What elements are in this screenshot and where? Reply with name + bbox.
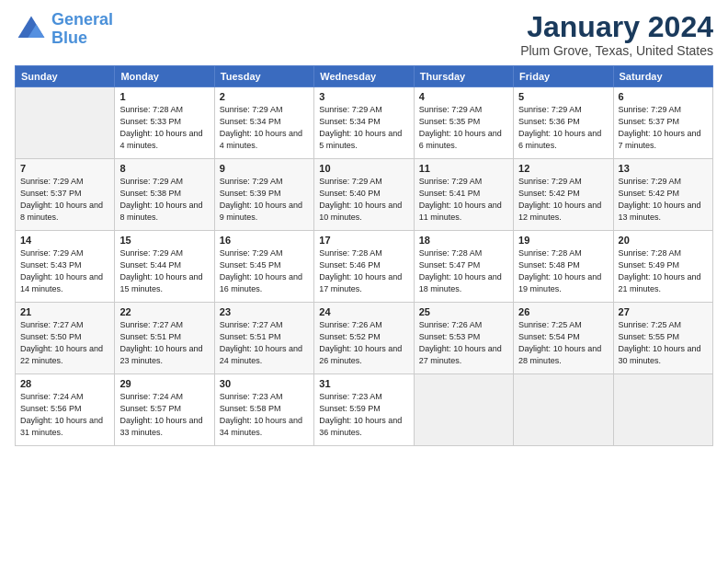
day-number: 15 — [119, 235, 209, 246]
day-number: 1 — [119, 91, 209, 102]
calendar-cell: 23Sunrise: 7:27 AMSunset: 5:51 PMDayligh… — [214, 303, 313, 374]
cell-info: Sunrise: 7:29 AMSunset: 5:35 PMDaylight:… — [419, 104, 508, 152]
cell-info: Sunrise: 7:24 AMSunset: 5:56 PMDaylight:… — [20, 391, 109, 439]
calendar-header: Sunday Monday Tuesday Wednesday Thursday… — [16, 66, 713, 87]
calendar-cell: 25Sunrise: 7:26 AMSunset: 5:53 PMDayligh… — [414, 303, 513, 374]
calendar-cell: 30Sunrise: 7:23 AMSunset: 5:58 PMDayligh… — [214, 374, 313, 446]
calendar-cell: 3Sunrise: 7:29 AMSunset: 5:34 PMDaylight… — [314, 87, 414, 159]
cell-info: Sunrise: 7:26 AMSunset: 5:52 PMDaylight:… — [319, 319, 408, 367]
day-number: 2 — [220, 91, 309, 102]
col-tuesday: Tuesday — [214, 66, 313, 87]
logo-text: General Blue — [51, 11, 113, 48]
day-number: 22 — [119, 306, 209, 317]
cell-info: Sunrise: 7:27 AMSunset: 5:50 PMDaylight:… — [20, 319, 109, 367]
calendar-cell: 15Sunrise: 7:29 AMSunset: 5:44 PMDayligh… — [115, 231, 214, 303]
calendar-cell: 4Sunrise: 7:29 AMSunset: 5:35 PMDaylight… — [414, 87, 513, 159]
day-number: 8 — [119, 163, 209, 174]
calendar-cell: 13Sunrise: 7:29 AMSunset: 5:42 PMDayligh… — [613, 159, 712, 231]
calendar-cell — [16, 87, 115, 159]
day-number: 18 — [419, 235, 508, 246]
day-number: 12 — [518, 163, 608, 174]
calendar-table: Sunday Monday Tuesday Wednesday Thursday… — [15, 65, 713, 446]
calendar-cell: 9Sunrise: 7:29 AMSunset: 5:39 PMDaylight… — [214, 159, 313, 231]
cell-info: Sunrise: 7:29 AMSunset: 5:37 PMDaylight:… — [20, 176, 109, 224]
calendar-cell: 28Sunrise: 7:24 AMSunset: 5:56 PMDayligh… — [16, 374, 115, 446]
calendar-cell: 5Sunrise: 7:29 AMSunset: 5:36 PMDaylight… — [514, 87, 613, 159]
cell-info: Sunrise: 7:29 AMSunset: 5:36 PMDaylight:… — [518, 104, 608, 152]
header: General Blue January 2024 Plum Grove, Te… — [15, 11, 713, 58]
cell-info: Sunrise: 7:28 AMSunset: 5:46 PMDaylight:… — [319, 247, 408, 295]
cell-info: Sunrise: 7:23 AMSunset: 5:59 PMDaylight:… — [319, 391, 408, 439]
week-row-1: 1Sunrise: 7:28 AMSunset: 5:33 PMDaylight… — [16, 87, 713, 159]
calendar-cell — [613, 374, 712, 446]
calendar-body: 1Sunrise: 7:28 AMSunset: 5:33 PMDaylight… — [16, 87, 713, 446]
cell-info: Sunrise: 7:27 AMSunset: 5:51 PMDaylight:… — [220, 319, 309, 367]
calendar-cell: 22Sunrise: 7:27 AMSunset: 5:51 PMDayligh… — [115, 303, 214, 374]
day-number: 10 — [319, 163, 408, 174]
calendar-cell: 17Sunrise: 7:28 AMSunset: 5:46 PMDayligh… — [314, 231, 414, 303]
col-sunday: Sunday — [16, 66, 115, 87]
calendar-cell: 14Sunrise: 7:29 AMSunset: 5:43 PMDayligh… — [16, 231, 115, 303]
header-row: Sunday Monday Tuesday Wednesday Thursday… — [16, 66, 713, 87]
logo-line1: General — [51, 10, 113, 29]
cell-info: Sunrise: 7:29 AMSunset: 5:34 PMDaylight:… — [319, 104, 408, 152]
col-friday: Friday — [514, 66, 613, 87]
day-number: 26 — [518, 306, 608, 317]
cell-info: Sunrise: 7:28 AMSunset: 5:49 PMDaylight:… — [619, 247, 708, 295]
cell-info: Sunrise: 7:29 AMSunset: 5:38 PMDaylight:… — [119, 176, 209, 224]
day-number: 27 — [619, 306, 708, 317]
cell-info: Sunrise: 7:29 AMSunset: 5:44 PMDaylight:… — [119, 247, 209, 295]
calendar-cell — [514, 374, 613, 446]
calendar-cell: 6Sunrise: 7:29 AMSunset: 5:37 PMDaylight… — [613, 87, 712, 159]
calendar-cell: 10Sunrise: 7:29 AMSunset: 5:40 PMDayligh… — [314, 159, 414, 231]
day-number: 6 — [619, 91, 708, 102]
calendar-cell: 7Sunrise: 7:29 AMSunset: 5:37 PMDaylight… — [16, 159, 115, 231]
cell-info: Sunrise: 7:25 AMSunset: 5:54 PMDaylight:… — [518, 319, 608, 367]
cell-info: Sunrise: 7:27 AMSunset: 5:51 PMDaylight:… — [119, 319, 209, 367]
cell-info: Sunrise: 7:29 AMSunset: 5:34 PMDaylight:… — [220, 104, 309, 152]
day-number: 23 — [220, 306, 309, 317]
cell-info: Sunrise: 7:25 AMSunset: 5:55 PMDaylight:… — [619, 319, 708, 367]
week-row-4: 21Sunrise: 7:27 AMSunset: 5:50 PMDayligh… — [16, 303, 713, 374]
week-row-5: 28Sunrise: 7:24 AMSunset: 5:56 PMDayligh… — [16, 374, 713, 446]
cell-info: Sunrise: 7:23 AMSunset: 5:58 PMDaylight:… — [220, 391, 309, 439]
cell-info: Sunrise: 7:28 AMSunset: 5:48 PMDaylight:… — [518, 247, 608, 295]
calendar-cell: 26Sunrise: 7:25 AMSunset: 5:54 PMDayligh… — [514, 303, 613, 374]
day-number: 19 — [518, 235, 608, 246]
calendar-cell: 8Sunrise: 7:29 AMSunset: 5:38 PMDaylight… — [115, 159, 214, 231]
calendar-cell: 16Sunrise: 7:29 AMSunset: 5:45 PMDayligh… — [214, 231, 313, 303]
page: General Blue January 2024 Plum Grove, Te… — [0, 0, 728, 454]
day-number: 20 — [619, 235, 708, 246]
day-number: 9 — [220, 163, 309, 174]
col-thursday: Thursday — [414, 66, 513, 87]
day-number: 4 — [419, 91, 508, 102]
cell-info: Sunrise: 7:29 AMSunset: 5:42 PMDaylight:… — [518, 176, 608, 224]
calendar-cell: 29Sunrise: 7:24 AMSunset: 5:57 PMDayligh… — [115, 374, 214, 446]
title-block: January 2024 Plum Grove, Texas, United S… — [520, 11, 713, 58]
cell-info: Sunrise: 7:24 AMSunset: 5:57 PMDaylight:… — [119, 391, 209, 439]
day-number: 7 — [20, 163, 109, 174]
cell-info: Sunrise: 7:29 AMSunset: 5:42 PMDaylight:… — [619, 176, 708, 224]
calendar-cell: 24Sunrise: 7:26 AMSunset: 5:52 PMDayligh… — [314, 303, 414, 374]
cell-info: Sunrise: 7:26 AMSunset: 5:53 PMDaylight:… — [419, 319, 508, 367]
calendar-cell: 19Sunrise: 7:28 AMSunset: 5:48 PMDayligh… — [514, 231, 613, 303]
cell-info: Sunrise: 7:29 AMSunset: 5:40 PMDaylight:… — [319, 176, 408, 224]
cell-info: Sunrise: 7:28 AMSunset: 5:33 PMDaylight:… — [119, 104, 209, 152]
day-number: 28 — [20, 378, 109, 389]
cell-info: Sunrise: 7:28 AMSunset: 5:47 PMDaylight:… — [419, 247, 508, 295]
col-saturday: Saturday — [613, 66, 712, 87]
day-number: 13 — [619, 163, 708, 174]
month-title: January 2024 — [520, 11, 713, 43]
cell-info: Sunrise: 7:29 AMSunset: 5:45 PMDaylight:… — [220, 247, 309, 295]
calendar-cell: 2Sunrise: 7:29 AMSunset: 5:34 PMDaylight… — [214, 87, 313, 159]
week-row-2: 7Sunrise: 7:29 AMSunset: 5:37 PMDaylight… — [16, 159, 713, 231]
calendar-cell: 12Sunrise: 7:29 AMSunset: 5:42 PMDayligh… — [514, 159, 613, 231]
calendar-cell — [414, 374, 513, 446]
col-wednesday: Wednesday — [314, 66, 414, 87]
calendar-cell: 31Sunrise: 7:23 AMSunset: 5:59 PMDayligh… — [314, 374, 414, 446]
calendar-cell: 18Sunrise: 7:28 AMSunset: 5:47 PMDayligh… — [414, 231, 513, 303]
cell-info: Sunrise: 7:29 AMSunset: 5:37 PMDaylight:… — [619, 104, 708, 152]
logo-icon — [15, 13, 48, 46]
day-number: 21 — [20, 306, 109, 317]
day-number: 11 — [419, 163, 508, 174]
